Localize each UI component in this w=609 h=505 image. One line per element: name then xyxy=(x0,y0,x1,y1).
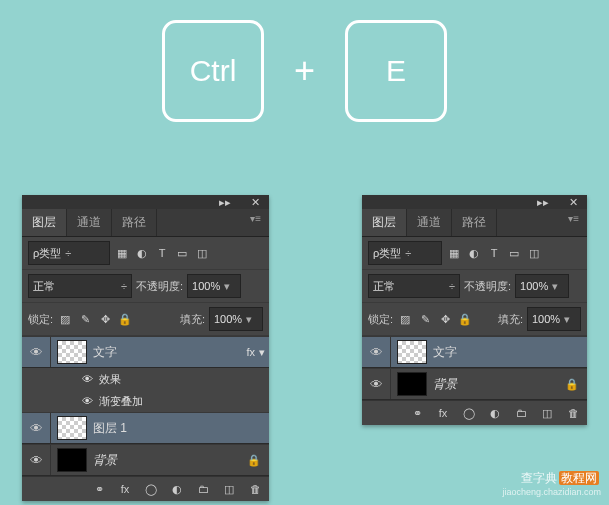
lock-icon: 🔒 xyxy=(247,454,261,467)
visibility-icon[interactable]: 👁 xyxy=(362,337,391,367)
group-icon[interactable]: 🗀 xyxy=(195,481,211,497)
lock-trans-icon[interactable]: ▨ xyxy=(57,311,73,327)
layer-name[interactable]: 图层 1 xyxy=(93,420,269,437)
layer-thumb xyxy=(57,416,87,440)
filter-shape-icon[interactable]: ▭ xyxy=(174,245,190,261)
filter-type-icon[interactable]: T xyxy=(154,245,170,261)
layers-panel-before: ▸▸ ✕ 图层 通道 路径 ▾≡ ρ 类型÷ ▦ ◐ T ▭ ◫ 正常÷ 不透明… xyxy=(22,195,269,501)
close-icon[interactable]: ✕ xyxy=(565,194,581,210)
adjust-icon[interactable]: ◐ xyxy=(487,405,503,421)
collapse-icon[interactable]: ▸▸ xyxy=(217,194,233,210)
layer-text[interactable]: 👁 文字 fx ▾ xyxy=(22,336,269,368)
filter-shape-icon[interactable]: ▭ xyxy=(506,245,522,261)
opacity-input[interactable]: 100%▾ xyxy=(515,274,569,298)
fx-gradient-row[interactable]: 👁 渐变叠加 xyxy=(22,390,269,412)
fx-badge[interactable]: fx xyxy=(246,346,255,358)
visibility-icon[interactable]: 👁 xyxy=(82,395,93,407)
fill-input[interactable]: 100%▾ xyxy=(527,307,581,331)
tab-channels[interactable]: 通道 xyxy=(67,209,112,236)
filter-smart-icon[interactable]: ◫ xyxy=(526,245,542,261)
opacity-input[interactable]: 100%▾ xyxy=(187,274,241,298)
filter-row: ρ 类型÷ ▦ ◐ T ▭ ◫ xyxy=(362,237,587,270)
layers-panel-after: ▸▸ ✕ 图层 通道 路径 ▾≡ ρ 类型÷ ▦ ◐ T ▭ ◫ 正常÷ 不透明… xyxy=(362,195,587,425)
layer-background[interactable]: 👁 背景 🔒 xyxy=(362,368,587,400)
fill-input[interactable]: 100%▾ xyxy=(209,307,263,331)
visibility-icon[interactable]: 👁 xyxy=(22,445,51,475)
trash-icon[interactable]: 🗑 xyxy=(565,405,581,421)
filter-kind-select[interactable]: ρ 类型÷ xyxy=(28,241,110,265)
mask-icon[interactable]: ◯ xyxy=(461,405,477,421)
key-ctrl: Ctrl xyxy=(162,20,264,122)
group-icon[interactable]: 🗀 xyxy=(513,405,529,421)
panel-bottom: ⚭ fx ◯ ◐ 🗀 ◫ 🗑 xyxy=(22,476,269,501)
link-icon[interactable]: ⚭ xyxy=(409,405,425,421)
fx-icon[interactable]: fx xyxy=(435,405,451,421)
layer-text[interactable]: 👁 文字 xyxy=(362,336,587,368)
keyboard-shortcut: Ctrl + E xyxy=(0,20,609,122)
lock-trans-icon[interactable]: ▨ xyxy=(397,311,413,327)
opacity-label: 不透明度: xyxy=(136,279,183,294)
layer-name[interactable]: 背景 xyxy=(433,376,565,393)
layer-thumb xyxy=(397,340,427,364)
blend-mode-select[interactable]: 正常÷ xyxy=(368,274,460,298)
filter-smart-icon[interactable]: ◫ xyxy=(194,245,210,261)
lock-all-icon[interactable]: 🔒 xyxy=(457,311,473,327)
fx-icon[interactable]: fx xyxy=(117,481,133,497)
plus-icon: + xyxy=(294,50,315,92)
lock-label: 锁定: xyxy=(368,312,393,327)
adjust-icon[interactable]: ◐ xyxy=(169,481,185,497)
blend-row: 正常÷ 不透明度: 100%▾ xyxy=(362,270,587,303)
visibility-icon[interactable]: 👁 xyxy=(362,369,391,399)
lock-paint-icon[interactable]: ✎ xyxy=(77,311,93,327)
mask-icon[interactable]: ◯ xyxy=(143,481,159,497)
filter-kind-select[interactable]: ρ 类型÷ xyxy=(368,241,442,265)
lock-row: 锁定: ▨ ✎ ✥ 🔒 填充: 100%▾ xyxy=(362,303,587,336)
link-icon[interactable]: ⚭ xyxy=(91,481,107,497)
lock-all-icon[interactable]: 🔒 xyxy=(117,311,133,327)
panel-tabs: 图层 通道 路径 ▾≡ xyxy=(22,209,269,237)
lock-icon: 🔒 xyxy=(565,378,579,391)
fx-effects-row[interactable]: 👁 效果 xyxy=(22,368,269,390)
opacity-label: 不透明度: xyxy=(464,279,511,294)
tab-paths[interactable]: 路径 xyxy=(112,209,157,236)
tab-channels[interactable]: 通道 xyxy=(407,209,452,236)
fx-gradient-label: 渐变叠加 xyxy=(99,394,143,409)
tab-layers[interactable]: 图层 xyxy=(362,209,407,236)
tab-layers[interactable]: 图层 xyxy=(22,209,67,236)
trash-icon[interactable]: 🗑 xyxy=(247,481,263,497)
layer-name[interactable]: 文字 xyxy=(433,344,587,361)
new-layer-icon[interactable]: ◫ xyxy=(539,405,555,421)
layer-thumb xyxy=(57,448,87,472)
visibility-icon[interactable]: 👁 xyxy=(22,337,51,367)
new-layer-icon[interactable]: ◫ xyxy=(221,481,237,497)
close-icon[interactable]: ✕ xyxy=(247,194,263,210)
lock-pos-icon[interactable]: ✥ xyxy=(97,311,113,327)
visibility-icon[interactable]: 👁 xyxy=(22,413,51,443)
layers-list: 👁 文字 👁 背景 🔒 xyxy=(362,336,587,400)
panel-tabs: 图层 通道 路径 ▾≡ xyxy=(362,209,587,237)
layer-layer1[interactable]: 👁 图层 1 xyxy=(22,412,269,444)
lock-paint-icon[interactable]: ✎ xyxy=(417,311,433,327)
lock-pos-icon[interactable]: ✥ xyxy=(437,311,453,327)
blend-row: 正常÷ 不透明度: 100%▾ xyxy=(22,270,269,303)
filter-adjust-icon[interactable]: ◐ xyxy=(134,245,150,261)
filter-pixel-icon[interactable]: ▦ xyxy=(114,245,130,261)
fx-toggle-icon[interactable]: ▾ xyxy=(259,346,265,359)
fx-effects-label: 效果 xyxy=(99,372,121,387)
lock-label: 锁定: xyxy=(28,312,53,327)
panel-menu-icon[interactable]: ▾≡ xyxy=(242,209,269,236)
lock-row: 锁定: ▨ ✎ ✥ 🔒 填充: 100%▾ xyxy=(22,303,269,336)
filter-type-icon[interactable]: T xyxy=(486,245,502,261)
layer-name[interactable]: 背景 xyxy=(93,452,247,469)
filter-pixel-icon[interactable]: ▦ xyxy=(446,245,462,261)
visibility-icon[interactable]: 👁 xyxy=(82,373,93,385)
layer-name[interactable]: 文字 xyxy=(93,344,246,361)
layer-background[interactable]: 👁 背景 🔒 xyxy=(22,444,269,476)
fill-label: 填充: xyxy=(498,312,523,327)
panel-menu-icon[interactable]: ▾≡ xyxy=(560,209,587,236)
fill-label: 填充: xyxy=(180,312,205,327)
blend-mode-select[interactable]: 正常÷ xyxy=(28,274,132,298)
collapse-icon[interactable]: ▸▸ xyxy=(535,194,551,210)
filter-adjust-icon[interactable]: ◐ xyxy=(466,245,482,261)
tab-paths[interactable]: 路径 xyxy=(452,209,497,236)
